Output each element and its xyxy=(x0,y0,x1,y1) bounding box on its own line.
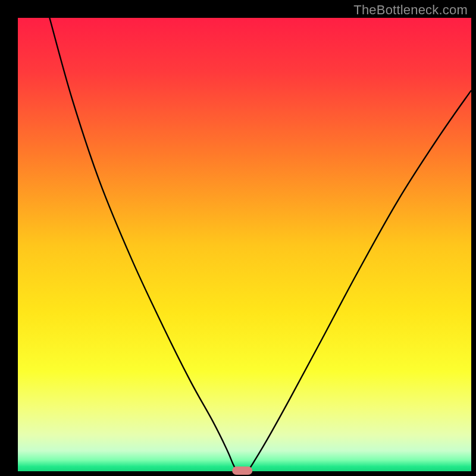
watermark-text: TheBottleneck.com xyxy=(353,2,468,18)
bottleneck-chart xyxy=(0,0,476,476)
chart-frame: TheBottleneck.com xyxy=(0,0,476,476)
minimum-marker xyxy=(232,466,252,475)
plot-background xyxy=(18,18,471,471)
